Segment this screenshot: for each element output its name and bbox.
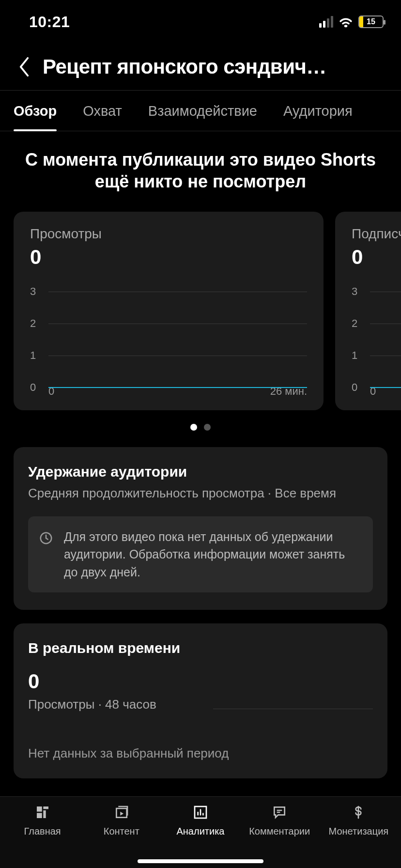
back-button[interactable] — [17, 56, 31, 78]
realtime-value: 0 — [28, 670, 373, 693]
battery-percentage: 15 — [359, 17, 383, 26]
y-tick-label: 0 — [352, 381, 366, 394]
tab-audience[interactable]: Аудитория — [283, 91, 353, 131]
nav-content[interactable]: Контент — [82, 803, 161, 868]
y-tick-label: 0 — [30, 381, 45, 394]
card-label: Просмотры — [30, 226, 307, 242]
tabs-row: Обзор Охват Взаимодействие Аудитория — [0, 90, 401, 131]
nav-home[interactable]: Главная — [3, 803, 82, 868]
cellular-signal-icon — [319, 16, 333, 28]
dollar-icon — [349, 803, 368, 822]
comment-icon — [270, 803, 289, 822]
card-value: 0 — [352, 246, 401, 269]
nav-label: Аналитика — [176, 826, 224, 837]
tab-reach[interactable]: Охват — [83, 91, 122, 131]
realtime-card: В реальном времени 0 Просмотры · 48 часо… — [14, 623, 387, 778]
retention-notice: Для этого видео пока нет данных об удерж… — [28, 516, 373, 592]
realtime-no-data: Нет данных за выбранный период — [28, 746, 373, 761]
nav-label: Главная — [24, 826, 61, 837]
dashboard-icon — [33, 803, 52, 822]
headline: С момента публикации это видео Shorts ещ… — [0, 131, 401, 197]
nav-label: Контент — [104, 826, 139, 837]
card-value: 0 — [30, 246, 307, 269]
nav-comments[interactable]: Комментарии — [240, 803, 319, 868]
status-icons: 15 — [319, 16, 384, 28]
svg-rect-4 — [37, 813, 42, 818]
clock-icon — [38, 530, 54, 546]
status-time: 10:21 — [29, 13, 70, 31]
pager-dots — [0, 410, 401, 434]
subscribers-card[interactable]: Подписчи 0 3 2 1 0 0 — [335, 212, 401, 410]
y-tick-label: 3 — [30, 285, 45, 298]
tab-engagement[interactable]: Взаимодействие — [148, 91, 257, 131]
pager-dot — [190, 424, 197, 431]
status-bar: 10:21 15 — [0, 0, 401, 39]
metric-cards-scroll[interactable]: Просмотры 0 3 2 1 0 0 26 мин. Подписчи 0… — [0, 197, 401, 410]
play-library-icon — [112, 803, 131, 822]
retention-title: Удержание аудитории — [28, 464, 373, 480]
y-tick-label: 2 — [352, 317, 366, 330]
nav-analytics[interactable]: Аналитика — [161, 803, 240, 868]
views-chart: 3 2 1 0 — [30, 285, 307, 382]
retention-card[interactable]: Удержание аудитории Средняя продолжитель… — [14, 447, 387, 610]
svg-rect-1 — [37, 806, 42, 812]
svg-rect-2 — [43, 806, 48, 809]
home-indicator[interactable] — [138, 859, 263, 863]
battery-icon: 15 — [358, 16, 384, 28]
realtime-sparkline — [213, 709, 373, 709]
page-title: Рецепт японского сэндвич… — [43, 55, 387, 78]
nav-label: Комментарии — [249, 826, 310, 837]
svg-rect-3 — [43, 810, 46, 818]
retention-notice-text: Для этого видео пока нет данных об удерж… — [64, 528, 361, 581]
views-card[interactable]: Просмотры 0 3 2 1 0 0 26 мин. — [14, 212, 324, 410]
analytics-icon — [191, 803, 210, 822]
y-tick-label: 1 — [352, 349, 366, 362]
y-tick-label: 3 — [352, 285, 366, 298]
pager-dot — [204, 424, 211, 431]
retention-subtitle: Средняя продолжительность просмотра · Вс… — [28, 486, 373, 501]
wifi-icon — [338, 16, 354, 28]
y-tick-label: 1 — [30, 349, 45, 362]
subscribers-chart: 3 2 1 0 — [352, 285, 401, 382]
realtime-title: В реальном времени — [28, 640, 373, 656]
nav-label: Монетизация — [329, 826, 389, 837]
realtime-subtitle: Просмотры · 48 часов — [28, 697, 156, 712]
bottom-nav: Главная Контент Аналитика Комментарии Мо… — [0, 796, 401, 868]
card-label: Подписчи — [352, 226, 401, 242]
nav-monetization[interactable]: Монетизация — [319, 803, 398, 868]
tab-overview[interactable]: Обзор — [14, 91, 57, 131]
page-header: Рецепт японского сэндвич… — [0, 39, 401, 90]
y-tick-label: 2 — [30, 317, 45, 330]
